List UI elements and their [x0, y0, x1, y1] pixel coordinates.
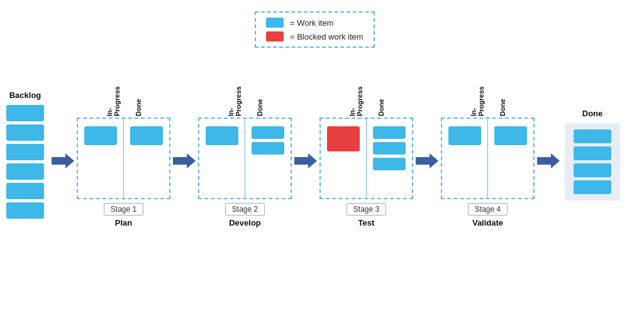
stage4-done-label: Done	[499, 82, 506, 116]
legend-color-red	[266, 31, 284, 41]
stage-3-footer: Stage 3 Test	[347, 203, 386, 227]
arrow-4	[416, 153, 438, 168]
stage-2-box	[198, 118, 292, 199]
stage-3-inprogress-items	[327, 126, 360, 151]
stage1-inprogress-label: In-Progress	[106, 82, 121, 116]
stage-4-box	[441, 118, 535, 199]
kanban-diagram: Backlog In-Progress Done	[6, 82, 638, 227]
backlog-item-1	[6, 105, 44, 121]
s3-done-item-3	[373, 158, 406, 170]
final-item-3	[574, 163, 611, 177]
backlog-column: Backlog	[6, 90, 44, 219]
stage1-done-label: Done	[135, 82, 142, 116]
final-item-2	[574, 146, 611, 160]
backlog-stack	[6, 105, 44, 219]
svg-marker-1	[173, 153, 196, 168]
svg-marker-2	[294, 153, 317, 168]
stage-3-done	[367, 119, 412, 198]
stage-1-wrapper: In-Progress Done Stage 1 Plan	[77, 82, 170, 227]
stage-3-box	[319, 118, 413, 199]
stage-1-done-items	[130, 126, 163, 145]
stage-3-done-items	[373, 126, 406, 170]
legend-item-blocked: = Blocked work item	[266, 31, 364, 41]
stage4-inprogress-label: In-Progress	[470, 82, 485, 116]
stage-3-inprogress	[321, 119, 366, 198]
svg-marker-4	[537, 153, 560, 168]
legend-item-work: = Work item	[266, 18, 364, 28]
arrow-5	[537, 153, 560, 168]
stage-1-label: Stage 1	[104, 203, 143, 216]
legend-color-blue	[266, 18, 284, 28]
stage-3-wrapper: In-Progress Done	[319, 82, 413, 227]
s3-done-item-1	[373, 126, 406, 139]
stage-3-label: Stage 3	[347, 203, 386, 216]
s1-done-item-1	[130, 126, 163, 145]
svg-marker-0	[52, 153, 74, 168]
s2-done-item-2	[252, 142, 284, 155]
stage2-inprogress-label: In-Progress	[227, 82, 242, 116]
final-done-column: Done	[565, 109, 620, 200]
stage-3-name: Test	[358, 218, 375, 227]
arrow-1	[52, 153, 74, 168]
stage-1-done	[124, 119, 169, 198]
backlog-item-4	[6, 163, 44, 180]
legend-box: = Work item = Blocked work item	[255, 11, 375, 48]
stage-4-wrapper: In-Progress Done Stage 4 Validate	[441, 82, 535, 227]
stage-2-footer: Stage 2 Develop	[225, 203, 265, 227]
s4-done-item-1	[494, 126, 527, 145]
s1-ip-item-1	[84, 126, 117, 145]
stage-2-done	[245, 119, 291, 198]
stage3-done-label: Done	[377, 82, 385, 116]
final-done-label: Done	[582, 109, 603, 118]
stage-4-label: Stage 4	[468, 203, 508, 216]
backlog-item-2	[6, 124, 44, 141]
stage-2-inprogress-items	[206, 126, 238, 145]
backlog-item-3	[6, 144, 44, 160]
stage-4-done-items	[494, 126, 527, 145]
svg-marker-3	[416, 153, 438, 168]
stage-1-name: Plan	[115, 218, 132, 227]
final-item-1	[574, 129, 611, 143]
final-item-4	[574, 180, 611, 194]
stage-2-inprogress	[199, 119, 245, 198]
legend-label-work: = Work item	[290, 18, 333, 28]
stage-2-done-items	[252, 126, 284, 155]
arrow-3	[294, 153, 317, 168]
arrow-2	[173, 153, 196, 168]
legend-label-blocked: = Blocked work item	[290, 32, 364, 41]
backlog-label: Backlog	[9, 90, 42, 100]
stage-1-inprogress-items	[84, 126, 117, 145]
stage-2-wrapper: In-Progress Done Stage 2	[198, 82, 292, 227]
stage-4-inprogress-items	[448, 126, 481, 145]
s4-ip-item-1	[448, 126, 481, 145]
backlog-item-5	[6, 183, 44, 199]
stage-4-footer: Stage 4 Validate	[468, 203, 508, 227]
backlog-item-6	[6, 202, 44, 219]
stage3-inprogress-label: In-Progress	[348, 82, 364, 116]
final-done-stack	[565, 123, 620, 200]
stage-4-done	[488, 119, 533, 198]
stage-2-name: Develop	[229, 218, 261, 227]
stage2-done-label: Done	[256, 82, 264, 116]
s2-ip-item-1	[206, 126, 238, 145]
stage-1-inprogress	[78, 119, 123, 198]
stage-1-footer: Stage 1 Plan	[104, 203, 143, 227]
stage-4-name: Validate	[472, 218, 503, 227]
stage-1-box	[77, 118, 170, 199]
s3-done-item-2	[373, 142, 406, 155]
main-container: = Work item = Blocked work item Backlog	[0, 0, 644, 323]
s3-ip-item-1-blocked	[327, 126, 360, 151]
stage-2-label: Stage 2	[225, 203, 265, 216]
s2-done-item-1	[252, 126, 284, 139]
stage-4-inprogress	[442, 119, 487, 198]
